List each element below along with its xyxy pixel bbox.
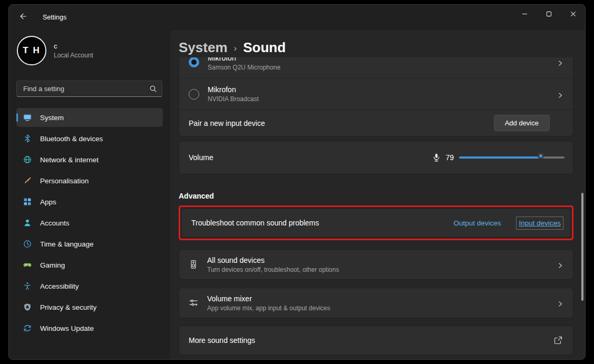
- sidebar-item-label: Privacy & security: [40, 303, 96, 311]
- microphone-icon: [432, 153, 441, 162]
- sidebar-item-accounts[interactable]: Accounts: [16, 213, 163, 232]
- device-title: Mikrofon: [208, 85, 557, 94]
- volume-slider-fill: [459, 156, 542, 159]
- bluetooth-icon: [23, 134, 32, 143]
- breadcrumb: System › Sound: [179, 30, 573, 57]
- scrollbar[interactable]: [581, 193, 583, 301]
- sidebar-item-network-internet[interactable]: Network & internet: [16, 150, 163, 169]
- sidebar-item-label: Network & internet: [40, 156, 99, 164]
- sidebar-item-label: Bluetooth & devices: [40, 135, 103, 143]
- output-devices-link[interactable]: Output devices: [453, 219, 501, 227]
- input-devices-card: Mikrofon Samson Q2U Microphone Mikrofon …: [179, 57, 573, 136]
- sidebar-item-personalisation[interactable]: Personalisation: [16, 171, 163, 190]
- volume-mixer-row[interactable]: Volume mixer App volume mix, app input &…: [179, 288, 573, 318]
- pair-device-row: Pair a new input device Add device: [179, 110, 573, 136]
- breadcrumb-parent[interactable]: System: [179, 40, 228, 56]
- radio-selected-icon[interactable]: [189, 57, 199, 67]
- annotation-highlight-box: Troubleshoot common sound problems Outpu…: [179, 205, 573, 240]
- sidebar-item-label: Windows Update: [40, 324, 94, 332]
- troubleshoot-label: Troubleshoot common sound problems: [191, 219, 453, 227]
- row-title: All sound devices: [207, 256, 557, 264]
- sidebar-item-label: Time & language: [40, 240, 94, 248]
- row-title: Volume mixer: [207, 294, 557, 303]
- back-arrow-icon: [19, 12, 27, 23]
- device-subtitle: Samson Q2U Microphone: [208, 64, 557, 71]
- sidebar: T H c Local Account System Bluetooth & d…: [9, 30, 170, 359]
- speaker-device-icon: [189, 260, 198, 269]
- device-row-samson[interactable]: Mikrofon Samson Q2U Microphone: [179, 57, 573, 78]
- device-subtitle: NVIDIA Broadcast: [208, 95, 557, 103]
- sidebar-item-system[interactable]: System: [16, 108, 163, 127]
- user-account-type: Local Account: [54, 52, 93, 59]
- device-row-nvidia[interactable]: Mikrofon NVIDIA Broadcast: [179, 78, 573, 110]
- volume-label: Volume: [189, 153, 432, 162]
- pair-device-label: Pair a new input device: [189, 119, 494, 127]
- person-icon: [23, 219, 32, 227]
- avatar: T H: [17, 36, 46, 65]
- sidebar-item-gaming[interactable]: Gaming: [16, 255, 163, 274]
- more-sound-settings-label: More sound settings: [189, 336, 554, 345]
- page-title: Sound: [243, 40, 286, 56]
- sidebar-item-label: Personalisation: [40, 177, 89, 185]
- settings-window: Settings T H c Local Account: [8, 4, 586, 360]
- row-subtitle: Turn devices on/off, troubleshoot, other…: [207, 266, 557, 273]
- clock-icon: [23, 240, 32, 248]
- volume-value: 79: [445, 153, 454, 162]
- sidebar-item-bluetooth-devices[interactable]: Bluetooth & devices: [16, 129, 163, 148]
- breadcrumb-separator-icon: ›: [234, 43, 237, 54]
- add-device-button[interactable]: Add device: [494, 115, 550, 131]
- window-controls: [512, 5, 585, 23]
- external-link-icon: [554, 336, 562, 345]
- volume-slider[interactable]: [459, 152, 564, 163]
- chevron-right-icon: [557, 300, 563, 306]
- device-title: Mikrofon: [208, 57, 557, 62]
- controller-icon: [23, 261, 32, 269]
- user-name: c: [54, 42, 93, 50]
- back-button[interactable]: [13, 8, 33, 26]
- search-box: [16, 81, 162, 97]
- sidebar-item-label: Accounts: [40, 219, 70, 227]
- sidebar-item-apps[interactable]: Apps: [16, 192, 163, 211]
- all-sound-devices-row[interactable]: All sound devices Turn devices on/off, t…: [179, 249, 573, 280]
- globe-icon: [23, 155, 32, 164]
- shield-icon: [23, 303, 32, 311]
- user-meta: c Local Account: [54, 42, 93, 59]
- close-button[interactable]: [561, 5, 585, 23]
- search-icon[interactable]: [149, 85, 157, 93]
- minimize-button[interactable]: [512, 5, 537, 23]
- minimize-icon: [522, 11, 528, 17]
- chevron-right-icon[interactable]: [557, 91, 563, 97]
- troubleshoot-card: Troubleshoot common sound problems Outpu…: [181, 208, 571, 238]
- mixer-sliders-icon: [189, 298, 198, 308]
- close-icon: [570, 11, 576, 17]
- more-sound-settings-row[interactable]: More sound settings: [179, 326, 573, 355]
- sidebar-item-label: Accessibility: [40, 282, 79, 290]
- sidebar-nav: System Bluetooth & devices Network & int…: [16, 108, 163, 338]
- advanced-section-heading: Advanced: [179, 192, 573, 201]
- update-arrows-icon: [23, 324, 32, 332]
- device-text: Mikrofon Samson Q2U Microphone: [208, 57, 557, 71]
- maximize-icon: [546, 11, 552, 17]
- search-input[interactable]: [16, 81, 162, 97]
- input-devices-link[interactable]: Input devices: [519, 219, 561, 227]
- radio-unselected-icon[interactable]: [189, 89, 199, 100]
- accessibility-person-icon: [23, 282, 32, 290]
- chevron-right-icon[interactable]: [557, 59, 563, 65]
- sidebar-item-label: Gaming: [40, 261, 65, 269]
- sidebar-item-time-language[interactable]: Time & language: [16, 234, 163, 253]
- sidebar-item-windows-update[interactable]: Windows Update: [16, 319, 163, 338]
- sidebar-item-accessibility[interactable]: Accessibility: [16, 277, 163, 296]
- volume-slider-thumb[interactable]: [538, 153, 544, 159]
- maximize-button[interactable]: [537, 5, 561, 23]
- sidebar-item-label: System: [40, 114, 64, 122]
- titlebar: Settings: [9, 5, 585, 30]
- row-text: Volume mixer App volume mix, app input &…: [207, 294, 557, 312]
- row-text: All sound devices Turn devices on/off, t…: [207, 256, 557, 273]
- app-title: Settings: [43, 14, 66, 21]
- volume-card: Volume 79: [179, 141, 573, 174]
- main-pane: System › Sound Mikrofon Samson Q2U Micro…: [170, 30, 585, 359]
- row-subtitle: App volume mix, app input & output devic…: [207, 304, 557, 312]
- content-scroll-area: Mikrofon Samson Q2U Microphone Mikrofon …: [179, 57, 573, 360]
- sidebar-item-privacy-security[interactable]: Privacy & security: [16, 298, 163, 317]
- user-block[interactable]: T H c Local Account: [17, 36, 170, 65]
